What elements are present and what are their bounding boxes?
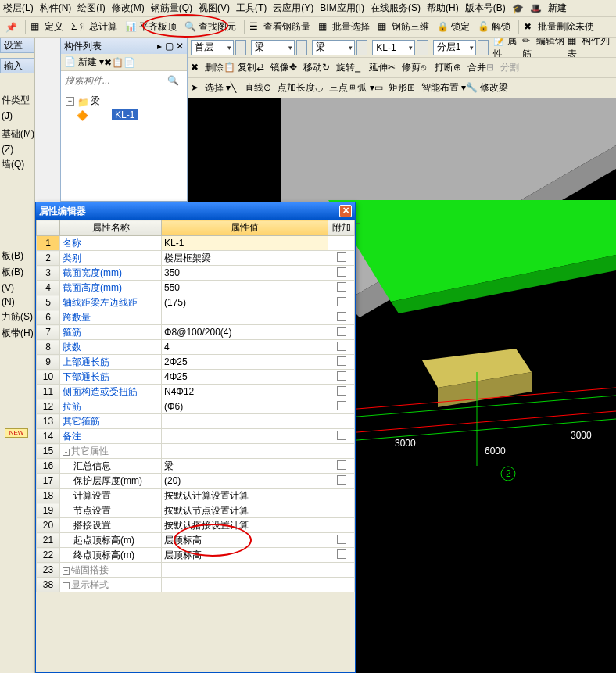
- property-value[interactable]: (175): [162, 295, 328, 310]
- property-add-checkbox[interactable]: [328, 578, 355, 592]
- menu-item[interactable]: 🎓: [512, 3, 524, 14]
- property-value[interactable]: Φ8@100/200(4): [162, 325, 328, 340]
- mirror-button[interactable]: ⇄镜像: [256, 61, 289, 74]
- component-list-button[interactable]: ▦构件列表: [568, 38, 613, 58]
- category-item[interactable]: (V): [0, 281, 34, 295]
- point-length-button[interactable]: ⊙点加长度: [263, 81, 315, 95]
- property-value[interactable]: 2Φ25: [162, 355, 328, 370]
- menu-item[interactable]: BIM应用(I): [320, 2, 364, 15]
- property-value[interactable]: 4Φ25: [162, 370, 328, 385]
- select-button[interactable]: ➤选择 ▾: [191, 81, 231, 95]
- property-row[interactable]: 17保护层厚度(mm)(20): [37, 474, 355, 489]
- define-button[interactable]: ▦定义: [28, 20, 66, 34]
- category-item[interactable]: 基础(M): [0, 126, 34, 142]
- category-item[interactable]: 板带(H): [0, 325, 34, 342]
- unlock-button[interactable]: 🔓解锁: [475, 20, 513, 34]
- menu-item[interactable]: 工具(T): [236, 2, 267, 15]
- property-row[interactable]: 10下部通长筋4Φ25: [37, 370, 355, 385]
- menu-item[interactable]: 在线服务(S): [371, 2, 421, 15]
- menu-item[interactable]: 版本号(B): [465, 2, 506, 15]
- property-row[interactable]: 38+显示样式: [37, 578, 355, 592]
- property-value[interactable]: [162, 414, 328, 429]
- menu-item[interactable]: 云应用(Y): [273, 2, 313, 15]
- property-value[interactable]: [162, 444, 328, 459]
- property-add-checkbox[interactable]: [328, 548, 355, 563]
- category-item[interactable]: 板(B): [0, 248, 34, 264]
- property-value[interactable]: [162, 429, 328, 444]
- property-add-checkbox[interactable]: [328, 563, 355, 578]
- category-item[interactable]: 板(B): [0, 264, 34, 281]
- property-value[interactable]: (20): [162, 474, 328, 489]
- property-value[interactable]: 350: [162, 266, 328, 281]
- line-button[interactable]: ╲直线: [231, 81, 263, 95]
- property-add-checkbox[interactable]: [328, 385, 355, 399]
- tool-icon[interactable]: 📄: [124, 57, 135, 68]
- menu-item[interactable]: 视图(V): [199, 2, 230, 15]
- modify-beam-button[interactable]: 🔧修改梁: [466, 81, 508, 95]
- break-button[interactable]: ⎋打断: [421, 61, 453, 74]
- col-header-rownum[interactable]: [37, 220, 60, 236]
- property-value[interactable]: 层顶标高: [162, 533, 328, 548]
- property-add-checkbox[interactable]: [328, 295, 355, 310]
- property-value[interactable]: 4: [162, 340, 328, 355]
- property-row[interactable]: 7箍筋Φ8@100/200(4): [37, 325, 355, 340]
- expand-icon[interactable]: +: [63, 582, 70, 589]
- merge-button[interactable]: ⊕合并: [453, 61, 486, 74]
- property-value[interactable]: 按默认节点设置计算: [162, 503, 328, 518]
- arc-button[interactable]: ◡三点画弧 ▾: [315, 81, 374, 95]
- dialog-titlebar[interactable]: 属性编辑器 ✕: [36, 202, 355, 220]
- menu-item[interactable]: 🎩: [530, 3, 542, 14]
- rotate-button[interactable]: ↻旋转: [322, 61, 355, 74]
- component-select[interactable]: KL-1: [372, 40, 415, 55]
- category-select[interactable]: 梁: [251, 40, 294, 55]
- tool-icon[interactable]: ✖: [104, 57, 112, 68]
- property-value[interactable]: (Φ6): [162, 399, 328, 414]
- trim-button[interactable]: ✂修剪: [388, 61, 421, 74]
- property-add-checkbox[interactable]: [328, 503, 355, 518]
- expand-icon[interactable]: +: [63, 567, 70, 575]
- property-add-checkbox[interactable]: [328, 444, 355, 459]
- menu-item[interactable]: 修改(M): [112, 2, 145, 15]
- property-row[interactable]: 12拉筋(Φ6): [37, 399, 355, 414]
- menu-item[interactable]: 楼层(L): [3, 2, 34, 15]
- rebar-3d-button[interactable]: ▦钢筋三维: [375, 20, 432, 34]
- type-select[interactable]: 梁: [312, 40, 355, 55]
- lock-button[interactable]: 🔒锁定: [435, 20, 472, 34]
- list-button[interactable]: [356, 40, 367, 55]
- property-add-checkbox[interactable]: [328, 459, 355, 474]
- property-add-checkbox[interactable]: [328, 266, 355, 281]
- sum-calc-button[interactable]: Σ 汇总计算: [69, 20, 120, 34]
- property-add-checkbox[interactable]: [328, 489, 355, 503]
- close-button[interactable]: ✕: [339, 205, 352, 217]
- property-row[interactable]: 21起点顶标高(m)层顶标高: [37, 533, 355, 548]
- property-value[interactable]: 梁: [162, 459, 328, 474]
- property-row[interactable]: 11侧面构造或受扭筋N4Φ12: [37, 385, 355, 399]
- property-add-checkbox[interactable]: [328, 474, 355, 489]
- menu-item[interactable]: 钢筋量(Q): [151, 2, 192, 15]
- batch-select-button[interactable]: ▦批量选择: [316, 20, 372, 34]
- list-button[interactable]: [417, 40, 428, 55]
- property-row[interactable]: 14备注: [37, 429, 355, 444]
- property-value[interactable]: [162, 310, 328, 325]
- delete-button[interactable]: ✖删除: [191, 61, 224, 74]
- property-row[interactable]: 6跨数量: [37, 310, 355, 325]
- category-item[interactable]: (J): [0, 109, 34, 123]
- property-value[interactable]: [162, 578, 328, 592]
- menu-item[interactable]: 绘图(I): [77, 2, 105, 15]
- property-value[interactable]: 按默认搭接设置计算: [162, 518, 328, 533]
- tree-leaf[interactable]: 🔶 KL-1: [66, 109, 182, 121]
- extend-button[interactable]: ⎯延伸: [355, 61, 388, 74]
- property-value[interactable]: N4Φ12: [162, 385, 328, 399]
- property-add-checkbox[interactable]: [328, 236, 355, 251]
- tree-node[interactable]: − 📁 梁: [66, 94, 182, 109]
- smart-layout-button[interactable]: ⊞智能布置 ▾: [407, 81, 466, 95]
- property-add-checkbox[interactable]: [328, 325, 355, 340]
- move-button[interactable]: ✥移动: [289, 61, 322, 74]
- pin-icon[interactable]: 📌: [3, 21, 20, 34]
- property-row[interactable]: 2类别楼层框架梁: [37, 251, 355, 266]
- property-row[interactable]: 19节点设置按默认节点设置计算: [37, 503, 355, 518]
- property-row[interactable]: 15-其它属性: [37, 444, 355, 459]
- property-row[interactable]: 13其它箍筋: [37, 414, 355, 429]
- search-icon[interactable]: 🔍: [167, 75, 179, 86]
- panel-controls[interactable]: ▸ ▢ ✕: [157, 41, 184, 52]
